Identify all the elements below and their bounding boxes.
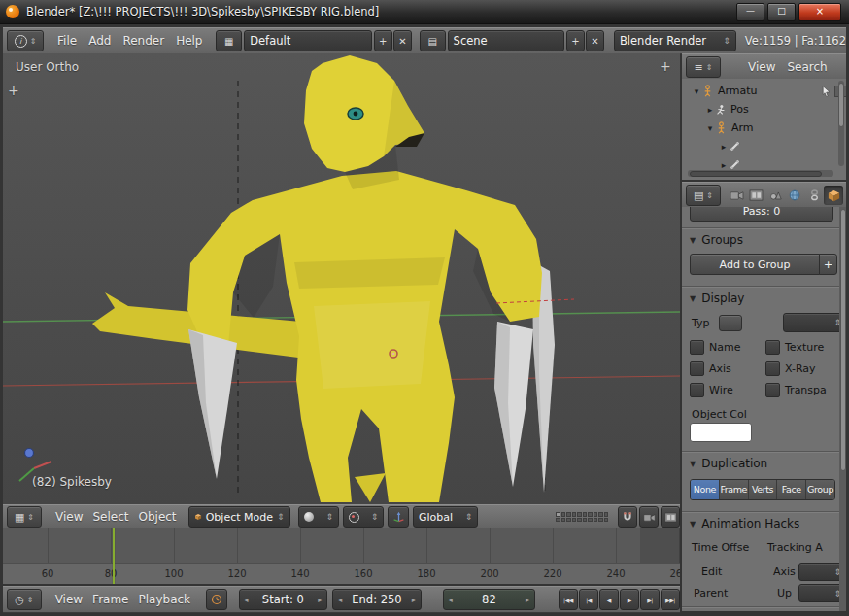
layer-cell[interactable] [577, 518, 582, 523]
dup-option-group[interactable]: Group [806, 480, 834, 499]
layer-cell[interactable] [594, 518, 598, 523]
prev-keyframe-button[interactable]: |◀ [579, 589, 598, 610]
draw-type-dropdown[interactable]: ⇕ [783, 313, 846, 332]
orientation-dropdown[interactable]: Global ⇕ [413, 506, 478, 528]
layer-cell[interactable] [583, 512, 588, 517]
dup-option-faces[interactable]: Face [777, 480, 806, 499]
layer-cell[interactable] [604, 518, 609, 523]
timeline-canvas[interactable] [3, 528, 680, 563]
tab-render-layers[interactable] [746, 186, 765, 205]
minimize-button[interactable]: — [736, 3, 764, 21]
render-opengl-button[interactable] [639, 506, 659, 528]
layer-cell[interactable] [594, 512, 598, 517]
disclosure-closed-icon[interactable]: ▸ [719, 160, 729, 170]
jump-to-start-button[interactable]: |◀◀ [559, 589, 578, 610]
collapse-arrow-icon[interactable]: ▼ [690, 294, 696, 303]
animation-hacks-panel-header[interactable]: ▼ Animation Hacks [682, 512, 839, 534]
layer-cell[interactable] [556, 512, 560, 517]
object-color-swatch[interactable] [690, 423, 752, 442]
menu-help[interactable]: Help [176, 34, 202, 48]
screen-layout-dropdown[interactable]: Default [244, 30, 372, 51]
menu-search[interactable]: Search [787, 60, 827, 74]
add-scene-button[interactable]: + [566, 30, 585, 51]
snap-toggle-button[interactable] [618, 506, 637, 528]
layer-cell[interactable] [604, 512, 609, 517]
layer-cell[interactable] [561, 518, 566, 523]
maximize-button[interactable]: □ [767, 3, 796, 21]
cursor-arrow-icon[interactable] [821, 86, 832, 97]
tab-world[interactable] [785, 186, 804, 205]
menu-file[interactable]: File [57, 34, 77, 48]
increment-arrow-icon[interactable]: ▸ [412, 596, 416, 604]
properties-region-expand-icon[interactable]: + [660, 58, 671, 74]
menu-view[interactable]: View [748, 60, 775, 74]
play-button[interactable]: ▶ [620, 589, 639, 610]
delete-screen-button[interactable]: ✕ [393, 30, 412, 51]
editor-type-button-timeline[interactable]: ◷ ⇕ [7, 589, 42, 610]
editor-type-button-properties[interactable]: ▤ ⇕ [686, 185, 721, 206]
layer-cell[interactable] [566, 518, 571, 523]
scene-browse-button[interactable]: ▤ [420, 30, 446, 51]
dup-option-frames[interactable]: Frame [720, 480, 749, 499]
parent-label[interactable]: Parent [694, 587, 728, 599]
tab-object[interactable] [824, 186, 843, 205]
layer-cell[interactable] [572, 518, 577, 523]
outliner-vscrollbar[interactable] [838, 81, 844, 166]
draw-type-box[interactable] [719, 315, 742, 331]
shading-dropdown[interactable]: ⇕ [298, 506, 339, 528]
layer-cell[interactable] [566, 512, 571, 517]
texture-checkbox[interactable] [765, 340, 780, 355]
scene-dropdown[interactable]: Scene [448, 30, 564, 51]
start-frame-field[interactable]: ◂ Start: 0 ▸ [239, 589, 328, 610]
render-engine-dropdown[interactable]: Blender Render ⇕ [614, 30, 736, 51]
menu-frame[interactable]: Frame [92, 593, 128, 606]
current-frame-field[interactable]: ◂ 82 ▸ [443, 589, 535, 610]
timeline-ruler[interactable]: 60 80 100 120 140 160 180 200 220 240 26… [3, 563, 680, 584]
dup-option-none[interactable]: None [691, 480, 720, 499]
manipulator-toggle-button[interactable] [388, 506, 409, 528]
outliner-item-armature-object[interactable]: ▾ Armatu [682, 82, 846, 100]
end-frame-field[interactable]: ◂ End: 250 ▸ [332, 589, 422, 610]
properties-vscroll-thumb[interactable] [840, 209, 846, 471]
layer-cell[interactable] [583, 518, 588, 523]
layer-cell[interactable] [561, 512, 566, 517]
add-to-group-button[interactable]: Add to Group [690, 254, 820, 275]
display-panel-header[interactable]: ▼ Display [682, 287, 839, 309]
menu-select[interactable]: Select [92, 510, 128, 524]
menu-playback[interactable]: Playback [139, 593, 191, 606]
outliner-tree[interactable]: ▾ Armatu ▸ Pos ▾ Arm [682, 79, 846, 180]
editor-type-button-3dview[interactable]: ▦ ⇕ [7, 506, 42, 528]
screen-browse-button[interactable]: ▦ [216, 30, 242, 51]
tab-scene[interactable] [765, 186, 785, 205]
disclosure-closed-icon[interactable]: ▸ [719, 142, 729, 152]
layer-cell[interactable] [556, 518, 560, 523]
time-sync-button[interactable] [206, 589, 226, 610]
axis-checkbox[interactable] [690, 361, 704, 376]
increment-arrow-icon[interactable]: ▸ [526, 596, 529, 604]
toolshelf-expand-icon[interactable]: + [8, 83, 19, 98]
layer-cell[interactable] [598, 518, 603, 523]
layer-cell[interactable] [598, 512, 603, 517]
layer-cell[interactable] [577, 512, 582, 517]
pass-index-field[interactable]: Pass: 0 [690, 207, 833, 222]
menu-add[interactable]: Add [88, 34, 111, 48]
collapse-arrow-icon[interactable]: ▼ [690, 236, 696, 245]
outliner-item-pose[interactable]: ▸ Pos [682, 100, 846, 119]
disclosure-open-icon[interactable]: ▾ [692, 86, 701, 96]
groups-panel-header[interactable]: ▼ Groups [682, 228, 839, 251]
dup-option-verts[interactable]: Verts [749, 480, 778, 499]
xray-checkbox[interactable] [765, 361, 780, 376]
close-button[interactable]: × [798, 3, 841, 21]
menu-view[interactable]: View [55, 510, 83, 524]
layer-cell[interactable] [572, 512, 577, 517]
mode-dropdown[interactable]: Object Mode ⇕ [188, 506, 290, 528]
outliner-item-armature-data[interactable]: ▾ Arm [682, 119, 846, 137]
edit-label[interactable]: Edit [701, 565, 722, 578]
collapse-arrow-icon[interactable]: ▼ [690, 520, 696, 529]
current-frame-playhead[interactable] [113, 528, 115, 584]
transparency-checkbox[interactable] [765, 383, 780, 397]
pivot-dropdown[interactable]: ⇕ [343, 506, 384, 528]
menu-object[interactable]: Object [138, 510, 176, 524]
increment-arrow-icon[interactable]: ▸ [318, 596, 322, 604]
titlebar[interactable]: Blender* [Z:\!!! PROJECTS\!!! 3D\Spikesb… [0, 0, 849, 24]
